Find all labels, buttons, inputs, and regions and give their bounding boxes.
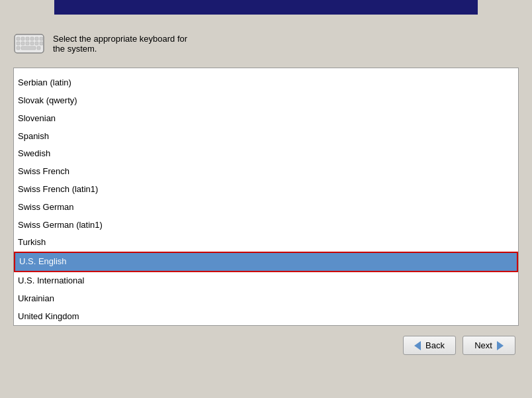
list-item[interactable]: U.S. International bbox=[14, 272, 518, 290]
list-item[interactable]: Turkish bbox=[14, 234, 518, 252]
svg-rect-8 bbox=[21, 42, 24, 45]
svg-rect-14 bbox=[21, 46, 36, 50]
svg-rect-12 bbox=[40, 42, 43, 45]
header-description: Select the appropriate keyboard for the … bbox=[53, 34, 187, 54]
list-item[interactable]: Slovak (qwerty) bbox=[14, 92, 518, 110]
list-item[interactable]: Swiss German bbox=[14, 199, 518, 217]
list-item[interactable]: Swiss German (latin1) bbox=[14, 217, 518, 234]
list-item[interactable]: Swedish bbox=[14, 145, 518, 163]
list-item[interactable]: Serbian bbox=[14, 68, 518, 74]
top-bar bbox=[54, 0, 478, 15]
svg-rect-15 bbox=[37, 46, 40, 50]
next-button[interactable]: Next bbox=[463, 336, 515, 355]
svg-rect-9 bbox=[26, 42, 29, 45]
back-arrow-icon bbox=[414, 341, 421, 350]
back-button[interactable]: Back bbox=[403, 336, 456, 355]
header-section: Select the appropriate keyboard for the … bbox=[10, 21, 522, 68]
svg-rect-5 bbox=[35, 37, 38, 40]
description-text: Select the appropriate keyboard for the … bbox=[53, 34, 187, 54]
svg-rect-2 bbox=[21, 37, 24, 40]
svg-rect-6 bbox=[40, 37, 43, 40]
svg-rect-4 bbox=[30, 37, 34, 40]
next-arrow-icon bbox=[497, 341, 504, 350]
svg-rect-10 bbox=[30, 42, 34, 45]
back-button-label: Back bbox=[425, 340, 445, 350]
list-item[interactable]: Ukrainian bbox=[14, 290, 518, 308]
keyboard-icon bbox=[13, 28, 45, 60]
main-container: Select the appropriate keyboard for the … bbox=[0, 15, 532, 368]
keyboard-list-scroll[interactable]: PortugueseRomanianRussianSerbianSerbian … bbox=[14, 68, 518, 325]
list-item[interactable]: Serbian (latin) bbox=[14, 74, 518, 92]
keyboard-list-container: PortugueseRomanianRussianSerbianSerbian … bbox=[13, 68, 519, 326]
svg-rect-7 bbox=[17, 42, 20, 45]
list-item[interactable]: Swiss French bbox=[14, 163, 518, 181]
svg-rect-3 bbox=[26, 37, 29, 40]
svg-rect-1 bbox=[17, 37, 20, 40]
list-item[interactable]: Slovenian bbox=[14, 110, 518, 128]
list-item[interactable]: U.S. English bbox=[14, 252, 518, 272]
svg-rect-11 bbox=[35, 42, 38, 45]
list-item[interactable]: Spanish bbox=[14, 128, 518, 146]
svg-rect-13 bbox=[17, 46, 20, 50]
list-item[interactable]: United Kingdom bbox=[14, 308, 518, 325]
next-button-label: Next bbox=[474, 340, 492, 350]
footer-section: Back Next bbox=[10, 326, 522, 358]
list-item[interactable]: Swiss French (latin1) bbox=[14, 181, 518, 199]
